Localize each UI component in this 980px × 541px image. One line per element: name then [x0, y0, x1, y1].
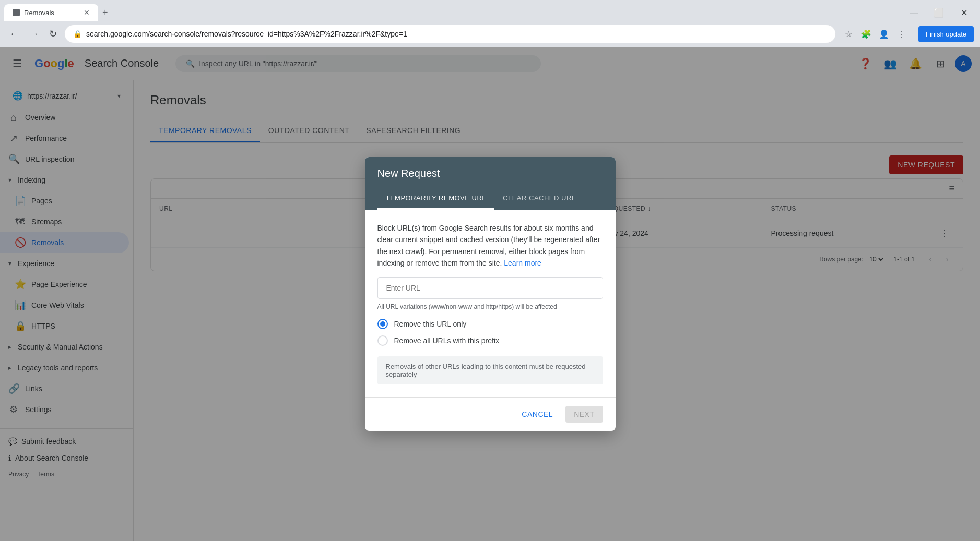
browser-chrome: Removals ✕ + — ⬜ ✕ ← → ↻ 🔒 search.google…: [0, 0, 980, 47]
tab-close-button[interactable]: ✕: [84, 8, 90, 17]
learn-more-link[interactable]: Learn more: [504, 259, 541, 267]
maximize-button[interactable]: ⬜: [927, 4, 951, 21]
finish-update-button[interactable]: Finish update: [918, 26, 974, 42]
url-input-field[interactable]: [377, 277, 603, 299]
new-tab-button[interactable]: +: [100, 5, 110, 20]
dialog-tab-temporarily-remove[interactable]: Temporarily Remove URL: [377, 188, 495, 210]
minimize-button[interactable]: —: [902, 4, 926, 21]
back-button[interactable]: ←: [6, 27, 22, 42]
extensions-button[interactable]: 🧩: [858, 26, 875, 42]
address-text: search.google.com/search-console/removal…: [86, 30, 827, 38]
tab-title: Removals: [24, 9, 54, 17]
forward-button[interactable]: →: [26, 27, 42, 42]
radio-button-remove-prefix[interactable]: [377, 335, 388, 346]
radio-group: Remove this URL only Remove all URLs wit…: [377, 319, 603, 346]
address-bar: ← → ↻ 🔒 search.google.com/search-console…: [0, 21, 980, 47]
lock-icon: 🔒: [73, 30, 82, 38]
tab-favicon: [13, 9, 20, 16]
info-box: Removals of other URLs leading to this c…: [377, 356, 603, 384]
address-input[interactable]: 🔒 search.google.com/search-console/remov…: [64, 25, 836, 43]
radio-item-remove-prefix[interactable]: Remove all URLs with this prefix: [377, 335, 603, 346]
radio-label-remove-prefix: Remove all URLs with this prefix: [394, 336, 500, 345]
bookmark-button[interactable]: ☆: [840, 26, 857, 42]
url-note: All URL variations (www/non-www and http…: [377, 303, 603, 310]
cancel-button[interactable]: CANCEL: [513, 406, 561, 423]
window-controls: — ⬜ ✕: [902, 4, 976, 21]
active-tab[interactable]: Removals ✕: [4, 4, 98, 21]
dialog-overlay[interactable]: New Request Temporarily Remove URL Clear…: [0, 47, 980, 541]
dialog-tab-clear-cached[interactable]: Clear Cached URL: [494, 188, 584, 210]
dialog-description: Block URL(s) from Google Search results …: [377, 222, 603, 269]
radio-label-remove-url-only: Remove this URL only: [394, 320, 467, 328]
radio-button-remove-url-only[interactable]: [377, 319, 388, 329]
more-button[interactable]: ⋮: [893, 26, 910, 42]
tab-bar: Removals ✕ + — ⬜ ✕: [0, 0, 980, 21]
dialog-header: New Request Temporarily Remove URL Clear…: [365, 157, 616, 210]
close-button[interactable]: ✕: [952, 4, 976, 21]
dialog-tabs: Temporarily Remove URL Clear Cached URL: [377, 188, 603, 210]
next-button[interactable]: NEXT: [565, 406, 603, 423]
dialog-footer: CANCEL NEXT: [365, 397, 616, 431]
browser-actions: ☆ 🧩 👤 ⋮: [840, 26, 910, 42]
dialog-title: New Request: [377, 167, 603, 179]
reload-button[interactable]: ↻: [46, 26, 60, 42]
new-request-dialog: New Request Temporarily Remove URL Clear…: [365, 157, 616, 431]
dialog-body: Block URL(s) from Google Search results …: [365, 210, 616, 398]
profile-button[interactable]: 👤: [876, 26, 892, 42]
radio-item-remove-url-only[interactable]: Remove this URL only: [377, 319, 603, 329]
